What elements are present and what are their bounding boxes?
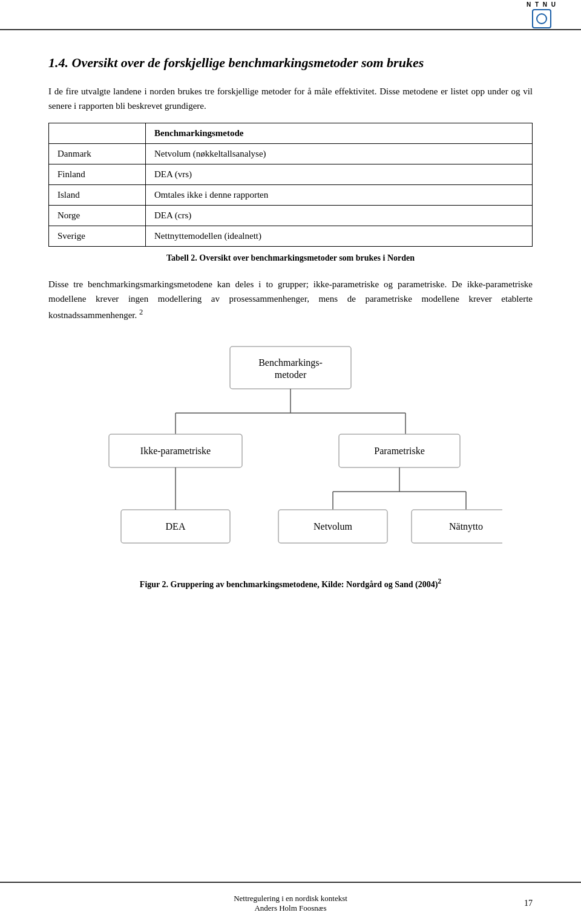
svg-text:metoder: metoder: [275, 369, 307, 380]
table-row: FinlandDEA (vrs): [49, 164, 533, 184]
ntnu-text: N T N U: [527, 1, 557, 8]
svg-text:Parametriske: Parametriske: [374, 446, 425, 456]
section-title: 1.4. Oversikt over de forskjellige bench…: [48, 54, 533, 72]
table-row: SverigeNettnyttemodellen (idealnett): [49, 226, 533, 246]
table-cell-country: Norge: [49, 205, 146, 226]
intro-paragraph: I de fire utvalgte landene i norden bruk…: [48, 84, 533, 113]
table-cell-country: Island: [49, 184, 146, 205]
diagram-caption-text: Figur 2. Gruppering av benchmarkingsmeto…: [140, 580, 438, 589]
table-cell-country: Sverige: [49, 226, 146, 246]
svg-text:Ikke-parametriske: Ikke-parametriske: [140, 446, 211, 457]
table-header-country: [49, 123, 146, 143]
svg-text:Netvolum: Netvolum: [313, 521, 353, 532]
logo-inner: [536, 13, 547, 24]
footer-line2: Anders Holm Foosnæs: [254, 903, 326, 913]
table-cell-method: Omtales ikke i denne rapporten: [146, 184, 533, 205]
content: 1.4. Oversikt over de forskjellige bench…: [48, 36, 533, 601]
table-caption: Tabell 2. Oversikt over benchmarkingsmet…: [48, 252, 533, 265]
logo-box: [532, 9, 551, 28]
svg-text:Benchmarkings-: Benchmarkings-: [258, 357, 323, 368]
page-number: 17: [524, 899, 533, 908]
svg-rect-0: [230, 346, 351, 389]
table-row: NorgeDEA (crs): [49, 205, 533, 226]
table-row: IslandOmtales ikke i denne rapporten: [49, 184, 533, 205]
diagram-caption: Figur 2. Gruppering av benchmarkingsmeto…: [140, 576, 441, 591]
footer-line1: Nettregulering i en nordisk kontekst: [234, 894, 347, 903]
table-cell-country: Danmark: [49, 143, 146, 164]
benchmarking-table: Benchmarkingsmetode DanmarkNetvolum (nøk…: [48, 123, 533, 247]
table-row: DanmarkNetvolum (nøkkeltallsanalyse): [49, 143, 533, 164]
footer-bar: Nettregulering i en nordisk kontekst And…: [0, 882, 581, 924]
header-bar: N T N U: [0, 0, 581, 30]
table-header-method: Benchmarkingsmetode: [146, 123, 533, 143]
para2-text: Disse tre benchmarkingsmarkingsmetodene …: [48, 279, 533, 320]
diagram-container: Benchmarkings- metoder Ikke-parametriske…: [48, 340, 533, 601]
svg-text:Nätnytto: Nätnytto: [449, 521, 483, 532]
svg-text:DEA: DEA: [166, 521, 186, 532]
diagram-caption-super: 2: [438, 578, 441, 585]
para2: Disse tre benchmarkingsmarkingsmetodene …: [48, 277, 533, 322]
ntnu-logo: N T N U: [527, 1, 557, 28]
table-cell-method: DEA (vrs): [146, 164, 533, 184]
table-cell-method: DEA (crs): [146, 205, 533, 226]
table-cell-method: Netvolum (nøkkeltallsanalyse): [146, 143, 533, 164]
page: N T N U 1.4. Oversikt over de forskjelli…: [0, 0, 581, 924]
table-cell-country: Finland: [49, 164, 146, 184]
hierarchy-diagram: Benchmarkings- metoder Ikke-parametriske…: [79, 340, 502, 570]
table-cell-method: Nettnyttemodellen (idealnett): [146, 226, 533, 246]
superscript-2: 2: [139, 308, 143, 316]
